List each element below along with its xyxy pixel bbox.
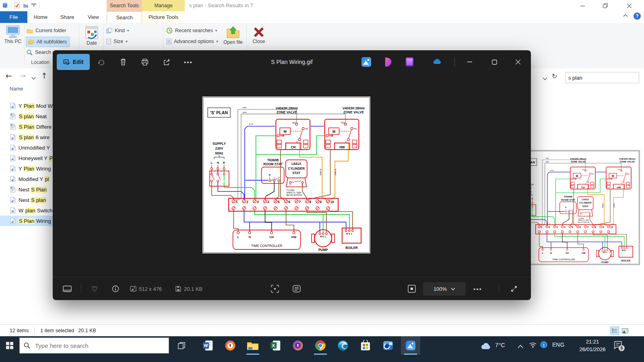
clock[interactable]: 21:21 26/01/2026: [573, 338, 612, 353]
fullscreen-icon[interactable]: [505, 282, 523, 296]
taskbar-search-input[interactable]: [34, 342, 165, 350]
photos-app-icon[interactable]: [361, 57, 372, 67]
advanced-options-icon: [166, 39, 171, 45]
refresh-icon[interactable]: ↻: [552, 72, 557, 80]
checkbox-icon[interactable]: [14, 2, 20, 8]
explorer-close-button[interactable]: [620, 0, 638, 11]
explorer-statusbar: 12 items 1 item selected 20.1 KB: [0, 324, 644, 337]
wifi-icon[interactable]: [529, 341, 537, 350]
column-header-name[interactable]: Name: [10, 86, 23, 92]
more-bottom-icon[interactable]: •••: [471, 282, 485, 296]
details-view-toggle[interactable]: [610, 327, 619, 335]
network-status-icon[interactable]: i: [540, 341, 547, 350]
photos-minimize-button[interactable]: [460, 50, 479, 74]
start-button[interactable]: [0, 336, 19, 355]
info-icon[interactable]: [108, 282, 123, 296]
filmstrip-toggle-icon[interactable]: [59, 282, 75, 296]
task-view-icon[interactable]: [172, 336, 192, 355]
weather-cloud-icon[interactable]: [480, 341, 493, 350]
rotate-icon[interactable]: [93, 55, 109, 69]
avast-secure-browser-icon[interactable]: [288, 336, 308, 355]
tab-home[interactable]: Home: [27, 11, 54, 23]
taskbar: W X 7°C i ENG 21:21 26/01/2026 5: [0, 336, 644, 362]
ribbon-search-again[interactable]: Search a: [27, 47, 55, 57]
contextual-tab-search-tools[interactable]: Search Tools: [107, 0, 142, 11]
notification-badge: 5: [619, 345, 625, 351]
svg-text:M: M: [332, 130, 335, 134]
excel-icon[interactable]: X: [266, 336, 285, 355]
addressbar-dropdown-icon[interactable]: [543, 75, 547, 82]
ribbon-all-subfolders[interactable]: All subfolders: [26, 37, 70, 47]
svg-text:N: N: [550, 252, 552, 254]
ribbon-collapse-icon[interactable]: [623, 13, 628, 19]
back-icon[interactable]: ←: [6, 72, 12, 80]
up-icon[interactable]: ↑: [41, 72, 47, 80]
ribbon-close-search[interactable]: Close: [250, 26, 268, 44]
favorite-icon[interactable]: ♡: [87, 282, 102, 296]
purple-stack-app-icon[interactable]: [405, 57, 415, 67]
status-item-count: 12 items: [10, 328, 29, 333]
file-name: Y Plan Wiring: [19, 166, 51, 172]
photos-maximize-button[interactable]: [485, 50, 504, 74]
edge-icon[interactable]: [333, 336, 353, 355]
svg-text:NC: NC: [354, 128, 357, 130]
ribbon-advanced-options[interactable]: Advanced options▾: [166, 37, 218, 46]
chrome-icon[interactable]: [311, 336, 330, 355]
qat-customize-icon[interactable]: ▾: [31, 4, 36, 7]
avast-browser-icon[interactable]: [221, 336, 240, 355]
text-actions-icon[interactable]: [289, 282, 305, 296]
help-icon[interactable]: ?: [634, 12, 641, 20]
visual-search-icon[interactable]: [267, 282, 283, 296]
tab-share[interactable]: Share: [54, 11, 80, 23]
qat-separator: [11, 2, 11, 8]
language-indicator[interactable]: ENG: [552, 341, 564, 348]
notification-center-icon[interactable]: 5: [613, 340, 624, 352]
outlook-icon[interactable]: [378, 336, 398, 355]
ribbon-recent-searches[interactable]: Recent searches▾: [166, 26, 217, 35]
photos-taskbar-icon[interactable]: [401, 336, 420, 355]
edit-button[interactable]: Edit: [57, 54, 90, 70]
folder-properties-icon[interactable]: [2, 2, 8, 8]
ribbon-this-pc[interactable]: This PC: [3, 25, 23, 44]
tab-search-active[interactable]: Search: [107, 11, 142, 23]
explorer-minimize-button[interactable]: [573, 0, 592, 11]
designer-app-icon[interactable]: [383, 57, 393, 67]
file-explorer-icon[interactable]: [243, 336, 262, 355]
onedrive-icon[interactable]: [432, 57, 442, 67]
thumbnail-view-toggle[interactable]: [621, 327, 630, 335]
explorer-restore-button[interactable]: [596, 0, 615, 11]
dropdown-icon: ▾: [127, 29, 129, 33]
zoom-control[interactable]: 100%: [423, 282, 466, 296]
print-icon[interactable]: [137, 55, 153, 69]
ribbon-open-file[interactable]: Open file: [222, 25, 244, 45]
tray-overflow-icon[interactable]: [518, 343, 523, 350]
tab-picture-tools[interactable]: Picture Tools: [142, 11, 185, 23]
recent-locations-icon[interactable]: [31, 74, 36, 81]
word-icon[interactable]: W: [198, 336, 217, 355]
tab-file[interactable]: File: [0, 11, 27, 23]
explorer-search-input[interactable]: [566, 75, 642, 81]
share-icon[interactable]: [159, 55, 175, 69]
folder-icon[interactable]: [23, 3, 29, 8]
more-options-icon[interactable]: •••: [180, 55, 196, 69]
fit-to-window-icon[interactable]: [404, 282, 420, 296]
forward-icon[interactable]: →: [19, 72, 26, 80]
svg-text:M: M: [612, 175, 614, 177]
svg-text:GREY: GREY: [242, 111, 247, 113]
delete-icon[interactable]: [115, 55, 131, 69]
ribbon-current-folder[interactable]: Current folder: [27, 26, 66, 35]
svg-text:NO: NO: [582, 169, 585, 171]
tab-view[interactable]: View: [80, 11, 106, 23]
weather-temperature[interactable]: 7°C: [495, 341, 505, 348]
photos-close-button[interactable]: [509, 50, 527, 74]
svg-text:2: 2: [565, 209, 566, 211]
ribbon-size[interactable]: Size▾: [106, 37, 128, 46]
ribbon-kind[interactable]: Kind▾: [106, 26, 129, 35]
ribbon-date[interactable]: Date: [82, 25, 102, 46]
file-name: Honeywell Y P: [19, 155, 53, 161]
contextual-tab-manage[interactable]: Manage: [142, 0, 185, 11]
microsoft-store-icon[interactable]: [356, 336, 375, 355]
taskbar-search-box[interactable]: [19, 337, 169, 354]
clear-search-icon[interactable]: ✕: [642, 75, 644, 80]
svg-text:1: 1: [236, 200, 238, 204]
